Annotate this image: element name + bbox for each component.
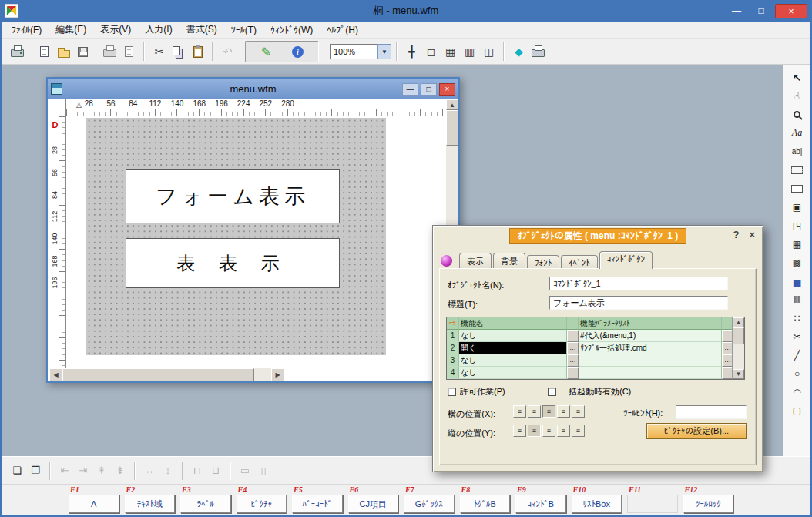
halign-center-left-button[interactable]: ≡: [528, 405, 541, 418]
align-left-icon[interactable]: ⇤: [55, 462, 74, 480]
same-height-icon[interactable]: ↕: [159, 462, 177, 480]
horizontal-scroll-track[interactable]: [62, 368, 271, 381]
gem-icon[interactable]: ◆: [509, 42, 528, 62]
fkey-f4-button[interactable]: ﾋﾟｸﾁｬ: [237, 495, 287, 513]
function-row-4[interactable]: 4 なし … …: [447, 367, 744, 379]
scroll-left-button[interactable]: ◀: [49, 368, 62, 381]
function-row-2[interactable]: 2 開く … ｻﾝﾌﾟﾙ一括処理.cmd …: [447, 342, 744, 354]
valign-bottom-button[interactable]: ≡: [542, 425, 555, 437]
scroll-right-button[interactable]: ▶: [271, 368, 284, 381]
function-param-cell[interactable]: [579, 367, 722, 379]
group-box-tool-icon[interactable]: ▣: [787, 198, 807, 216]
valign-top-button[interactable]: ≡: [513, 425, 526, 437]
fkey-f3-button[interactable]: ﾗﾍﾞﾙ: [180, 495, 231, 513]
pattern-tool-icon[interactable]: ∷: [787, 309, 807, 327]
function-picker-button[interactable]: …: [567, 330, 579, 342]
barcode-tool-icon[interactable]: ‖‖: [787, 290, 807, 308]
edit-pencil-icon[interactable]: ✎: [257, 42, 276, 62]
selection-area-icon[interactable]: ◻: [421, 42, 441, 62]
undo-icon[interactable]: ↶: [218, 42, 237, 62]
size-width-icon[interactable]: ▭: [236, 462, 254, 480]
window-parts-icon[interactable]: ◫: [479, 42, 498, 62]
function-param-cell[interactable]: #代入(&menu,1): [579, 330, 722, 342]
function-name-cell[interactable]: なし: [459, 330, 567, 342]
function-row-1[interactable]: 1 なし … #代入(&menu,1) …: [447, 330, 744, 342]
table-scroll-up-button[interactable]: ▲: [733, 317, 744, 327]
print-layout-icon[interactable]: [528, 42, 548, 62]
form-command-button-2[interactable]: 表 表 示: [126, 238, 340, 288]
function-name-cell-selected[interactable]: 開く: [459, 342, 567, 354]
menu-help[interactable]: ﾍﾙﾌﾟ(H): [320, 22, 365, 38]
form-window-titlebar[interactable]: menu.wfm — □ ×: [48, 79, 458, 99]
picture-settings-button[interactable]: ﾋﾟｸﾁｬの設定(B)...: [646, 423, 747, 439]
zoom-dropdown-button[interactable]: ▼: [377, 44, 391, 59]
form-restore-button[interactable]: □: [421, 83, 437, 96]
table-scroll-thumb[interactable]: [733, 327, 744, 344]
table-tool-icon[interactable]: ▦: [787, 235, 807, 253]
tooltip-input[interactable]: [676, 405, 747, 419]
zoom-input[interactable]: [330, 44, 377, 59]
form-command-button-1[interactable]: フォーム表示: [126, 169, 340, 223]
cut-icon[interactable]: ✂: [149, 42, 169, 62]
label-tool-icon[interactable]: Aa: [787, 124, 807, 142]
form-canvas[interactable]: フォーム表示 表 表 示: [66, 116, 446, 368]
line-tool-icon[interactable]: ╱: [787, 346, 807, 364]
params-column-header[interactable]: 機能ﾊﾟﾗﾒｰﾀﾘｽﾄ: [579, 317, 722, 330]
permission-checkbox[interactable]: [448, 388, 456, 396]
table-scroll-down-button[interactable]: ▼: [733, 369, 744, 379]
fkey-f7-button[interactable]: Gﾎﾞｯｸｽ: [404, 495, 455, 513]
scroll-up-button[interactable]: ▲: [446, 99, 458, 110]
titlebar[interactable]: 桐 - menu.wfm — □ ×: [0, 0, 812, 22]
tab-command-button[interactable]: ｺﾏﾝﾄﾞﾎﾞﾀﾝ: [599, 251, 653, 269]
menu-view[interactable]: 表示(V): [93, 21, 138, 39]
paste-icon[interactable]: [188, 42, 207, 62]
function-param-cell[interactable]: [579, 354, 722, 367]
arc-tool-icon[interactable]: ◠: [787, 383, 807, 401]
caption-input[interactable]: [549, 296, 728, 310]
space-across-icon[interactable]: ⊓: [188, 462, 206, 480]
function-column-header[interactable]: 機能名: [459, 317, 567, 330]
form-close-button[interactable]: ×: [439, 83, 455, 96]
cut-line-tool-icon[interactable]: ✂: [787, 327, 807, 345]
menu-file[interactable]: ﾌｧｲﾙ(F): [5, 22, 49, 38]
print-icon[interactable]: [100, 42, 119, 62]
form-horizontal-scrollbar[interactable]: ◀ ▶: [49, 368, 284, 381]
fkey-f2-button[interactable]: ﾃｷｽﾄ域: [125, 495, 176, 513]
copy-icon[interactable]: [169, 42, 188, 62]
ellipse-tool-icon[interactable]: ○: [787, 364, 807, 382]
page-setup-icon[interactable]: [8, 42, 27, 62]
halign-justify-button[interactable]: ≡: [572, 405, 585, 418]
minimize-button[interactable]: —: [726, 4, 747, 18]
chart-tool-icon[interactable]: ▅: [787, 272, 807, 290]
fkey-f6-button[interactable]: CJ項目: [348, 495, 399, 513]
align-top-icon[interactable]: ⇞: [92, 462, 111, 480]
size-height-icon[interactable]: ▯: [254, 462, 273, 480]
worksheet-tool-icon[interactable]: ▩: [787, 253, 807, 271]
function-name-cell[interactable]: なし: [459, 367, 567, 379]
same-width-icon[interactable]: ↔: [140, 462, 159, 480]
close-button[interactable]: ×: [775, 4, 807, 18]
dialog-help-button[interactable]: ?: [733, 230, 739, 240]
valign-even-button[interactable]: ≡: [572, 425, 585, 437]
menu-input[interactable]: 入力(I): [138, 21, 179, 39]
halign-right-button[interactable]: ≡: [557, 405, 570, 418]
guide-toggle-icon[interactable]: ▥: [460, 42, 479, 62]
text-tool-icon[interactable]: ab|: [787, 143, 807, 160]
maximize-button[interactable]: □: [750, 4, 772, 18]
horizontal-scroll-thumb[interactable]: [62, 368, 254, 381]
fkey-f5-button[interactable]: ﾊﾞｰｺｰﾄﾞ: [292, 495, 343, 513]
batch-checkbox[interactable]: [548, 388, 556, 396]
form-design-grid[interactable]: [86, 118, 386, 355]
dialog-close-button[interactable]: ×: [749, 230, 755, 240]
object-name-input[interactable]: [549, 277, 728, 290]
open-icon[interactable]: [54, 42, 73, 62]
item-box-tool-icon[interactable]: ◳: [787, 217, 807, 234]
box-tool-icon[interactable]: [787, 180, 807, 197]
fkey-f9-button[interactable]: ｺﾏﾝﾄﾞB: [515, 495, 566, 513]
new-form-icon[interactable]: [35, 42, 54, 62]
ruler-marker-icon[interactable]: △: [76, 101, 82, 109]
menu-edit[interactable]: 編集(E): [49, 21, 93, 39]
function-picker-button[interactable]: …: [567, 367, 579, 379]
form-minimize-button[interactable]: —: [402, 83, 418, 96]
halign-left-button[interactable]: ≡: [513, 405, 526, 418]
